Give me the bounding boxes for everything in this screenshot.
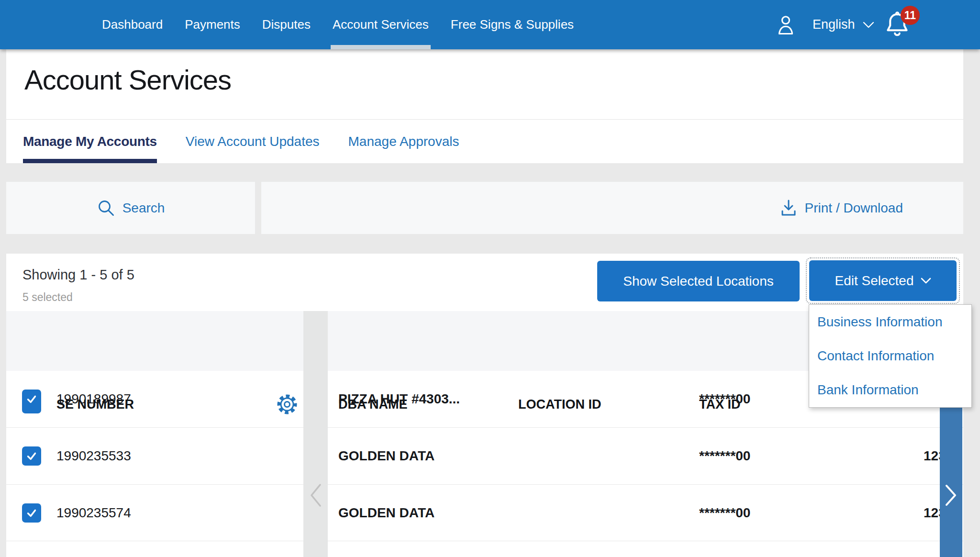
cell-dba-name: GOLDEN DATA [338, 448, 434, 464]
row-checkbox[interactable] [22, 503, 41, 523]
nav-item-payments[interactable]: Payments [185, 0, 240, 49]
nav-item-free-signs-supplies[interactable]: Free Signs & Supplies [451, 0, 574, 49]
tab-view-account-updates[interactable]: View Account Updates [186, 120, 320, 163]
nav-right-cluster: English 11 [741, 0, 980, 49]
cell-se-number: 1990235533 [56, 448, 131, 464]
check-icon [24, 392, 39, 406]
print-download-label: Print / Download [805, 201, 903, 216]
chevron-right-icon [945, 484, 957, 509]
check-icon [24, 449, 39, 463]
cell-se-number: 1990235574 [56, 505, 131, 521]
page-title: Account Services [24, 64, 231, 96]
cell-tax-id: *******00 [699, 505, 750, 521]
cell-dba-name: PIZZA HUT #4303... [338, 391, 460, 407]
search-label: Search [122, 201, 165, 216]
user-icon [775, 14, 796, 36]
chevron-down-icon [863, 22, 874, 28]
top-nav: Dashboard Payments Disputes Account Serv… [0, 0, 980, 49]
menu-item-bank-information[interactable]: Bank Information [809, 373, 971, 407]
table-row: 1990235533 GOLDEN DATA *******00 123 [6, 428, 963, 485]
menu-item-business-information[interactable]: Business Information [809, 305, 971, 339]
tab-bar: Manage My Accounts View Account Updates … [6, 120, 963, 163]
scroll-left-button[interactable] [309, 483, 323, 510]
selected-count: 5 selected [22, 291, 73, 304]
row-checkbox[interactable] [22, 390, 41, 409]
nav-item-account-services[interactable]: Account Services [333, 0, 429, 49]
nav-menu: Dashboard Payments Disputes Account Serv… [102, 0, 574, 49]
language-selector[interactable]: English [813, 0, 874, 49]
tab-manage-approvals[interactable]: Manage Approvals [348, 120, 459, 163]
chevron-down-icon [921, 278, 931, 284]
print-panel: Print / Download [261, 182, 963, 234]
results-count: Showing 1 - 5 of 5 [22, 267, 134, 283]
cell-se-number: 1990189987 [56, 391, 131, 407]
cell-dba-name: GOLDEN DATA [338, 505, 434, 521]
nav-item-disputes[interactable]: Disputes [262, 0, 311, 49]
chevron-left-icon [309, 483, 323, 508]
user-profile-button[interactable] [775, 14, 796, 38]
page-title-section: Account Services [6, 49, 963, 120]
edit-selected-focus-ring: Edit Selected [806, 257, 960, 304]
show-selected-locations-button[interactable]: Show Selected Locations [597, 261, 800, 301]
search-icon [97, 199, 116, 218]
tab-manage-my-accounts[interactable]: Manage My Accounts [23, 120, 157, 163]
table-row: 1990235574 GOLDEN DATA *******00 123 [6, 485, 963, 541]
cell-tax-id: *******00 [699, 391, 750, 407]
frozen-column-divider [303, 311, 328, 557]
cell-tax-id: *******00 [699, 448, 750, 464]
print-download-button[interactable]: Print / Download [779, 198, 903, 218]
edit-selected-button[interactable]: Edit Selected [809, 260, 957, 301]
notification-badge: 11 [901, 6, 920, 25]
download-icon [779, 198, 798, 218]
edit-selected-label: Edit Selected [835, 273, 914, 289]
edit-selected-menu: Business Information Contact Information… [809, 304, 972, 408]
language-label: English [813, 17, 855, 32]
nav-item-dashboard[interactable]: Dashboard [102, 0, 163, 49]
row-checkbox[interactable] [22, 446, 41, 466]
search-button[interactable]: Search [6, 182, 255, 234]
notifications-button[interactable]: 11 [884, 11, 910, 41]
check-icon [24, 506, 39, 520]
menu-item-contact-information[interactable]: Contact Information [809, 339, 971, 373]
